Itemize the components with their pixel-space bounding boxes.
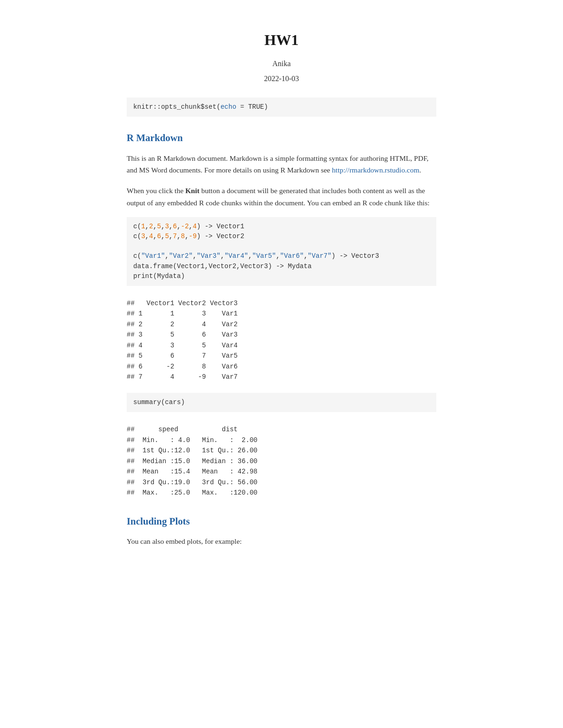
document-title: HW1 [127,28,436,52]
rmarkdown-paragraph1: This is an R Markdown document. Markdown… [127,152,436,176]
mydata-output: ## Vector1 Vector2 Vector3 ## 1 1 3 Var1… [127,296,436,384]
document-author: Anika [127,58,436,70]
summary-code-block: summary(cars) [127,393,436,412]
document-date: 2022-10-03 [127,73,436,85]
vectors-code-block: c(1,2,5,3,6,-2,4) -> Vector1 c(3,4,6,5,7… [127,217,436,286]
section-heading-including-plots: Including Plots [127,513,436,529]
section-heading-rmarkdown: R Markdown [127,130,436,145]
rmarkdown-link[interactable]: http://rmarkdown.rstudio.com [332,166,419,174]
cars-summary-output: ## speed dist ## Min. : 4.0 Min. : 2.00 … [127,422,436,500]
rmarkdown-text-after-link: . [419,166,421,174]
including-plots-paragraph1: You can also embed plots, for example: [127,535,436,548]
rmarkdown-paragraph2: When you click the Knit button a documen… [127,185,436,209]
setup-code-block: knitr::opts_chunk$set(echo = TRUE) [127,98,436,117]
